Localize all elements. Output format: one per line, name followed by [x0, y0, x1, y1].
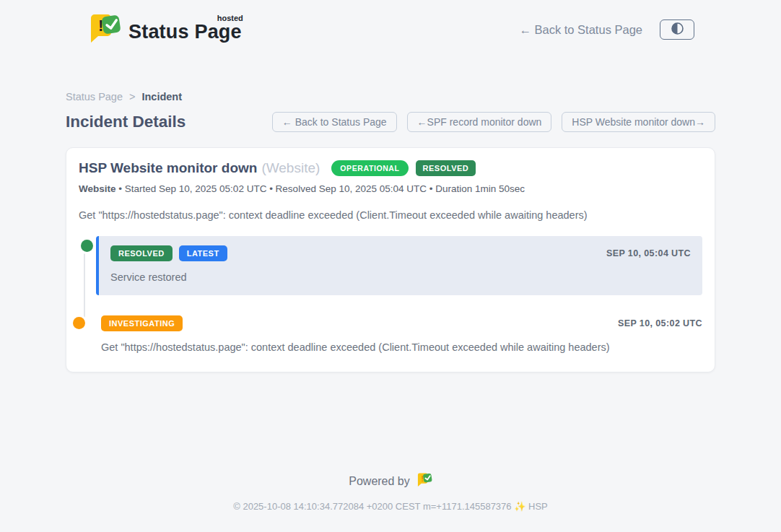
powered-by-label: Powered by [349, 475, 410, 488]
contrast-half-circle-icon [671, 22, 684, 37]
incident-title-row: HSP Website monitor down (Website) OPERA… [79, 160, 702, 176]
timeline-connector-line [84, 250, 85, 321]
powered-by: Powered by ! [0, 472, 781, 490]
breadcrumb-separator: > [129, 91, 135, 103]
timeline-timestamp: SEP 10, 05:02 UTC [618, 318, 702, 328]
incident-component: (Website) [261, 160, 320, 176]
breadcrumb-root[interactable]: Status Page [66, 91, 123, 103]
theme-toggle-button[interactable] [660, 19, 694, 40]
investigating-badge: INVESTIGATING [101, 315, 183, 331]
timeline-entry-head: INVESTIGATING SEP 10, 05:02 UTC [101, 315, 702, 331]
title-row: Incident Details ← Back to Status Page ←… [66, 112, 715, 132]
prev-incident-button[interactable]: ←SPF record monitor down [407, 112, 552, 132]
timeline-message: Get "https://hostedstatus.page": context… [101, 341, 702, 353]
incident-meta: Website • Started Sep 10, 2025 05:02 UTC… [79, 183, 702, 194]
brand-bubble-icon: ! [88, 12, 121, 47]
header: ! hosted Status Page ← Back to Status Pa… [0, 0, 781, 55]
incident-meta-component: Website [79, 183, 116, 194]
brand-text-wrap: hosted Status Page [128, 22, 242, 42]
brand-name: Status Page [128, 21, 242, 43]
incident-card: HSP Website monitor down (Website) OPERA… [66, 147, 715, 372]
breadcrumb: Status Page > Incident [66, 91, 715, 103]
timeline-badges: RESOLVED LATEST [110, 245, 227, 261]
copyright-text: © 2025-10-08 14:10:34.772084 +0200 CEST … [0, 501, 781, 512]
brand-superscript: hosted [217, 14, 243, 22]
timeline-entry-head: RESOLVED LATEST SEP 10, 05:04 UTC [110, 245, 691, 261]
timeline-dot-green [81, 240, 93, 252]
header-back-link[interactable]: ← Back to Status Page [519, 23, 642, 37]
footer: Powered by ! © 2025-10-08 14:10:34.77208… [0, 472, 781, 512]
header-right: ← Back to Status Page [519, 19, 694, 40]
brand-logo[interactable]: ! hosted Status Page [88, 12, 242, 47]
timeline-message: Service restored [110, 271, 691, 283]
page-title: Incident Details [66, 113, 186, 131]
resolved-badge: RESOLVED [110, 245, 173, 261]
latest-badge: LATEST [179, 245, 227, 261]
timeline-entry-resolved: RESOLVED LATEST SEP 10, 05:04 UTC Servic… [96, 236, 702, 295]
operational-status-badge: OPERATIONAL [331, 160, 408, 176]
main-content: Status Page > Incident Incident Details … [66, 91, 715, 372]
resolved-state-badge: RESOLVED [416, 160, 476, 176]
timeline-timestamp: SEP 10, 05:04 UTC [606, 248, 691, 258]
timeline-entry-investigating: INVESTIGATING SEP 10, 05:02 UTC Get "htt… [96, 315, 702, 353]
timeline-badges: INVESTIGATING [101, 315, 183, 331]
back-to-status-page-button[interactable]: ← Back to Status Page [272, 112, 397, 132]
incident-description: Get "https://hostedstatus.page": context… [79, 209, 702, 221]
footer-brand-bubble-icon[interactable]: ! [416, 472, 432, 490]
incident-nav-buttons: ← Back to Status Page ←SPF record monito… [272, 112, 715, 132]
incident-timeline: RESOLVED LATEST SEP 10, 05:04 UTC Servic… [79, 236, 702, 353]
next-incident-button[interactable]: HSP Website monitor down→ [562, 112, 715, 132]
breadcrumb-current: Incident [141, 91, 182, 103]
timeline-dot-orange [73, 317, 85, 329]
incident-meta-detail: • Started Sep 10, 2025 05:02 UTC • Resol… [118, 183, 525, 194]
incident-title: HSP Website monitor down [79, 160, 257, 176]
